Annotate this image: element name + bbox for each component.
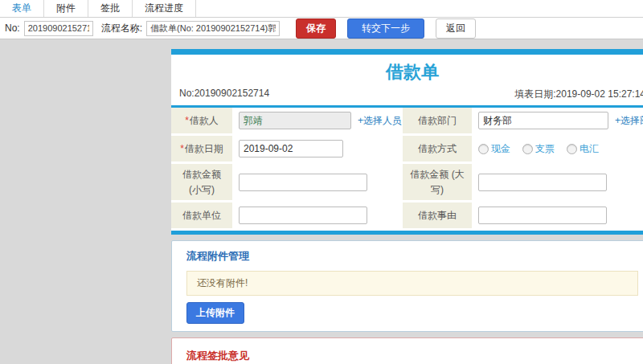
save-button[interactable]: 保存 — [296, 18, 336, 39]
loan-form-card: 借款单 No:20190902152714 填表日期:2019-09-02 15… — [171, 49, 643, 235]
select-department-link[interactable]: +选择部门 — [615, 114, 643, 128]
form-table: *借款人 +选择人员 借款部门 +选择部门 *借款日期 借款方式 — [171, 108, 643, 231]
tab-form[interactable]: 表单 — [0, 0, 44, 17]
bottom-accent-bar — [171, 231, 643, 235]
no-input[interactable] — [24, 21, 93, 36]
attachment-empty-notice: 还没有附件! — [186, 271, 638, 296]
radio-icon[interactable] — [567, 144, 577, 154]
amount-big-label: 借款金额 (大写) — [403, 164, 472, 202]
approval-card: 流程签批意见 B I abc — [171, 337, 643, 364]
amount-big-cell — [472, 164, 643, 202]
tab-progress[interactable]: 流程进度 — [133, 0, 196, 17]
select-person-link[interactable]: +选择人员 — [358, 114, 402, 128]
attachment-title: 流程附件管理 — [186, 249, 638, 264]
process-name-input[interactable] — [146, 21, 280, 36]
radio-wire-label: 电汇 — [580, 142, 599, 156]
borrower-cell: +选择人员 — [232, 108, 403, 136]
department-label: 借款部门 — [403, 108, 472, 136]
reason-input[interactable] — [478, 207, 607, 224]
form-meta: No:20190902152714 填表日期:2019-09-02 15:27:… — [171, 86, 643, 105]
upload-attachment-button[interactable]: 上传附件 — [186, 302, 244, 324]
method-cell: 现金 支票 电汇 — [472, 136, 643, 164]
radio-icon[interactable] — [522, 144, 533, 154]
amount-small-label: 借款金额 (小写) — [171, 164, 232, 202]
process-toolbar: No: 流程名称: 保存 转交下一步 返回 — [0, 18, 643, 39]
reason-cell — [472, 202, 643, 231]
approval-title: 流程签批意见 — [186, 349, 638, 363]
back-button[interactable]: 返回 — [436, 18, 476, 39]
radio-check-label: 支票 — [535, 142, 555, 156]
required-mark: * — [180, 143, 184, 154]
borrower-label: *借款人 — [171, 108, 232, 136]
attachment-card: 流程附件管理 还没有附件! 上传附件 — [171, 240, 643, 332]
next-step-button[interactable]: 转交下一步 — [347, 18, 424, 39]
required-mark: * — [185, 115, 189, 126]
department-cell: +选择部门 — [472, 108, 643, 136]
amount-small-cell — [232, 164, 403, 202]
tab-approval[interactable]: 签批 — [88, 0, 133, 17]
borrow-date-input[interactable] — [239, 140, 343, 157]
main-content: 借款单 No:20190902152714 填表日期:2019-09-02 15… — [171, 49, 643, 364]
no-label: No: — [5, 22, 20, 34]
unit-input[interactable] — [239, 207, 367, 224]
radio-icon[interactable] — [478, 144, 489, 154]
form-title: 借款单 — [171, 55, 643, 86]
radio-wire[interactable]: 电汇 — [567, 142, 599, 156]
radio-cash-label: 现金 — [491, 142, 510, 156]
amount-big-input[interactable] — [478, 174, 607, 191]
tab-bar: 表单 附件 签批 流程进度 — [0, 0, 643, 18]
date-cell — [232, 136, 403, 164]
tab-attachment[interactable]: 附件 — [44, 0, 88, 17]
date-label: *借款日期 — [171, 136, 232, 164]
radio-check[interactable]: 支票 — [522, 142, 555, 156]
borrower-input[interactable] — [239, 112, 351, 129]
radio-cash[interactable]: 现金 — [478, 142, 510, 156]
unit-label: 借款单位 — [171, 202, 232, 231]
method-label: 借款方式 — [403, 136, 472, 164]
form-date-text: 填表日期:2019-09-02 15:27:14 — [514, 88, 643, 101]
reason-label: 借款事由 — [403, 202, 472, 231]
top-accent-bar — [171, 49, 643, 55]
unit-cell — [232, 202, 403, 231]
form-no-text: No:20190902152714 — [179, 88, 269, 101]
department-input[interactable] — [478, 112, 608, 129]
process-name-label: 流程名称: — [101, 22, 142, 35]
amount-small-input[interactable] — [239, 174, 367, 191]
